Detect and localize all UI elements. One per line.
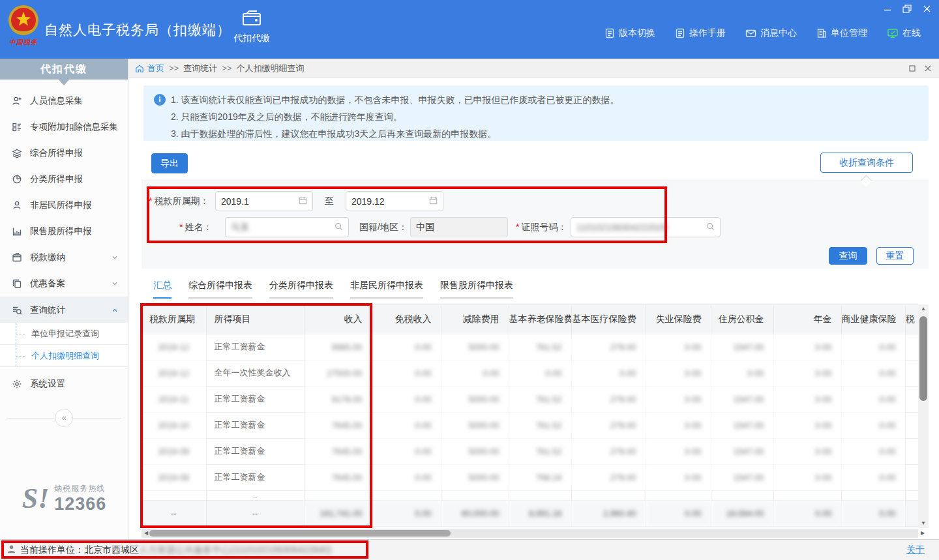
- emblem-caption: 中国税务: [7, 38, 40, 47]
- period-from-input[interactable]: 2019.1: [215, 191, 313, 211]
- scroll-up-arrow[interactable]: ▲: [918, 304, 929, 314]
- table-cell: 正常工资薪金: [206, 386, 304, 412]
- name-input[interactable]: 马某: [225, 217, 349, 237]
- restore-button[interactable]: [901, 3, 913, 14]
- sidebar-item-classified-income[interactable]: 分类所得申报: [0, 166, 128, 192]
- search-icon: [334, 222, 344, 231]
- document-icon: [604, 28, 615, 38]
- gear-icon: [12, 379, 22, 389]
- search-icon: [706, 222, 715, 231]
- menu-label: 操作手册: [689, 27, 726, 39]
- table-cell: 0.00: [646, 438, 711, 464]
- table-cell: [905, 500, 918, 526]
- table-cell: --: [206, 500, 304, 526]
- vertical-scrollbar[interactable]: ▲ ▼: [918, 304, 929, 528]
- sidebar-collapse-button[interactable]: «: [55, 409, 73, 427]
- table-cell: [905, 438, 918, 464]
- module-tab-daikou[interactable]: 代扣代缴: [227, 9, 276, 44]
- column-header: 失业保险费: [646, 305, 711, 334]
- column-header: 住房公积金: [711, 305, 773, 334]
- column-header: 税: [905, 305, 918, 334]
- column-header: 商业健康保险: [841, 305, 905, 334]
- nationality-input: 中国: [410, 217, 508, 237]
- pie-chart-icon: [12, 174, 22, 184]
- sidebar-item-system-settings[interactable]: 系统设置: [0, 371, 128, 397]
- table-cell: 161,741.00: [304, 500, 372, 526]
- table-cell: 0.00: [646, 386, 711, 412]
- menu-online-status[interactable]: 在线: [887, 27, 921, 39]
- collapse-query-button[interactable]: 收折查询条件: [820, 153, 913, 173]
- query-button[interactable]: 查询: [829, 247, 867, 265]
- table-cell: 2019-10: [142, 412, 206, 438]
- table-cell: [509, 490, 571, 500]
- app-header: 中国税务 自然人电子税务局（扣缴端） 代扣代缴 版本切换 操作手册: [0, 0, 939, 59]
- column-header: 免税收入: [372, 305, 441, 334]
- table-cell: 1547.00: [711, 464, 773, 490]
- sidebar-item-tax-payment[interactable]: 税款缴纳: [0, 244, 128, 271]
- breadcrumb-home-link[interactable]: 首页: [135, 63, 164, 74]
- panel-maximize-button[interactable]: [909, 64, 916, 74]
- sidebar-item-preference-filing[interactable]: 优惠备案: [0, 271, 128, 297]
- hotline-logo: S! 纳税服务热线 12366: [0, 483, 128, 514]
- sidebar-item-label: 优惠备案: [30, 278, 65, 289]
- menu-version-switch[interactable]: 版本切换: [604, 27, 655, 39]
- sidebar-item-personnel-info[interactable]: 人员信息采集: [0, 88, 128, 114]
- sidebar-item-query-statistics[interactable]: 查询统计: [0, 297, 128, 323]
- person-icon: [12, 200, 22, 211]
- menu-unit-management[interactable]: 单位管理: [816, 27, 867, 39]
- column-header: 所得项目: [206, 305, 304, 334]
- panel-close-button[interactable]: [925, 64, 931, 74]
- id-number-input[interactable]: 110102199304222029: [571, 217, 721, 237]
- table-row: 2019-09正常工资薪金7645.000.005000.00761.52279…: [142, 438, 918, 464]
- about-link[interactable]: 关于: [906, 544, 925, 556]
- table-cell: [905, 334, 918, 360]
- vertical-scroll-thumb[interactable]: [919, 316, 927, 401]
- table-cell: 0.00: [773, 386, 841, 412]
- table-cell: 2019-09: [142, 438, 206, 464]
- table-cell: 279.00: [571, 386, 646, 412]
- table-cell: [372, 490, 441, 500]
- menu-label: 单位管理: [831, 27, 867, 39]
- table-cell: 2019-12: [142, 360, 206, 386]
- period-to-input[interactable]: 2019.12: [346, 191, 443, 211]
- period-to-value: 2019.12: [351, 196, 385, 207]
- sidebar-item-comprehensive-income[interactable]: 综合所得申报: [0, 140, 128, 166]
- table-cell: 9178.00: [304, 386, 372, 412]
- tab-comprehensive-income[interactable]: 综合所得申报表: [188, 280, 252, 299]
- breadcrumb-separator: >>: [169, 63, 179, 73]
- wallet-icon: [241, 9, 262, 27]
- scroll-down-arrow[interactable]: ▼: [918, 519, 929, 528]
- scroll-right-arrow[interactable]: ▶: [921, 530, 925, 536]
- tab-restricted-stock[interactable]: 限售股所得申报表: [440, 280, 513, 299]
- tab-classified-income[interactable]: 分类所得申报表: [269, 280, 333, 299]
- breadcrumb-home-label: 首页: [147, 63, 164, 74]
- close-button[interactable]: [921, 3, 932, 14]
- calendar-icon: [298, 196, 308, 205]
- menu-manual[interactable]: 操作手册: [675, 27, 726, 39]
- tab-nonresident-income[interactable]: 非居民所得申报表: [350, 280, 423, 299]
- export-button[interactable]: 导出: [151, 153, 188, 173]
- menu-label: 消息中心: [760, 27, 797, 39]
- menu-message-center[interactable]: 消息中心: [745, 27, 797, 39]
- table-cell: 0.00: [711, 360, 773, 386]
- sidebar-item-nonresident-income[interactable]: 非居民所得申报: [0, 192, 128, 218]
- table-cell: 761.52: [509, 386, 571, 412]
- sidebar-subitem-personal-withholding-query[interactable]: 个人扣缴明细查询: [0, 345, 128, 367]
- sidebar-subitem-unit-declare-query[interactable]: 单位申报记录查询: [0, 323, 128, 345]
- table-cell: 7645.00: [304, 464, 372, 490]
- hotline-mascot-icon: S!: [22, 484, 50, 513]
- horizontal-scroll-thumb[interactable]: [149, 530, 451, 537]
- sidebar-item-special-deduction[interactable]: 专项附加扣除信息采集: [0, 114, 128, 140]
- horizontal-scrollbar[interactable]: ◀: [142, 529, 918, 538]
- minimize-button[interactable]: [882, 3, 893, 14]
- home-icon: [135, 64, 144, 73]
- table-cell: 18,564.00: [711, 500, 773, 526]
- sidebar-item-restricted-stock[interactable]: 限售股所得申报: [0, 218, 128, 244]
- table-cell: 7645.00: [304, 412, 372, 438]
- sidebar-item-label: 非居民所得申报: [30, 199, 92, 211]
- table-cell: [905, 464, 918, 490]
- window-controls: [882, 3, 932, 14]
- reset-button[interactable]: 重置: [876, 247, 914, 265]
- table-cell: 5000.00: [441, 334, 509, 360]
- tab-summary[interactable]: 汇总: [153, 280, 171, 299]
